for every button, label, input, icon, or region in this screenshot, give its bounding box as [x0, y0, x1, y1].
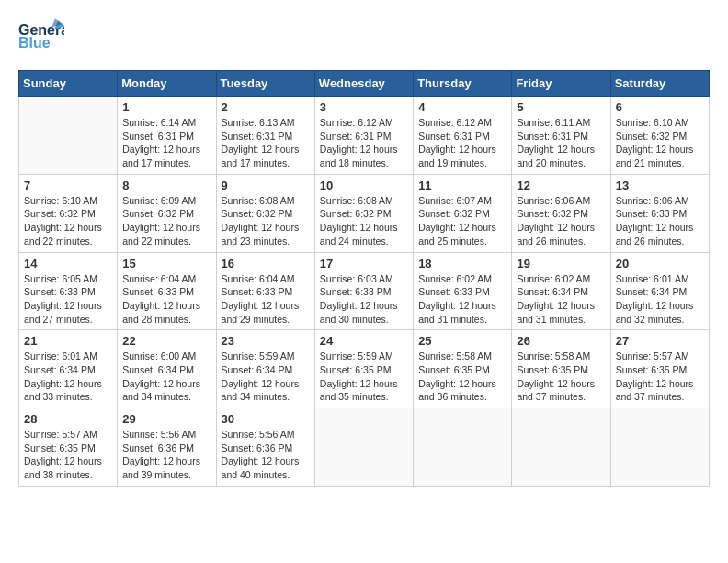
- weekday-header: Sunday: [19, 71, 118, 97]
- day-number: 26: [517, 334, 605, 348]
- cell-info: Sunrise: 5:59 AM Sunset: 6:35 PM Dayligh…: [320, 350, 408, 404]
- calendar-cell: [414, 408, 512, 487]
- cell-info: Sunrise: 5:58 AM Sunset: 6:35 PM Dayligh…: [418, 350, 506, 404]
- calendar-cell: 28Sunrise: 5:57 AM Sunset: 6:35 PM Dayli…: [19, 408, 118, 487]
- cell-info: Sunrise: 6:06 AM Sunset: 6:32 PM Dayligh…: [517, 194, 605, 248]
- day-number: 1: [122, 100, 210, 114]
- cell-info: Sunrise: 5:57 AM Sunset: 6:35 PM Dayligh…: [24, 428, 112, 482]
- weekday-header: Thursday: [414, 71, 512, 97]
- cell-info: Sunrise: 6:10 AM Sunset: 6:32 PM Dayligh…: [24, 194, 112, 248]
- calendar-week-row: 7Sunrise: 6:10 AM Sunset: 6:32 PM Daylig…: [19, 174, 710, 252]
- day-number: 14: [24, 257, 112, 270]
- day-number: 3: [320, 100, 408, 114]
- calendar-cell: 27Sunrise: 5:57 AM Sunset: 6:35 PM Dayli…: [610, 330, 709, 408]
- weekday-header: Friday: [512, 71, 610, 97]
- cell-info: Sunrise: 6:02 AM Sunset: 6:34 PM Dayligh…: [517, 272, 605, 327]
- cell-info: Sunrise: 6:11 AM Sunset: 6:31 PM Dayligh…: [517, 116, 605, 170]
- cell-info: Sunrise: 6:05 AM Sunset: 6:33 PM Dayligh…: [24, 272, 112, 327]
- cell-info: Sunrise: 5:59 AM Sunset: 6:34 PM Dayligh…: [222, 350, 310, 404]
- cell-info: Sunrise: 6:02 AM Sunset: 6:33 PM Dayligh…: [418, 272, 506, 327]
- day-number: 10: [320, 178, 408, 192]
- calendar-cell: 3Sunrise: 6:12 AM Sunset: 6:31 PM Daylig…: [314, 97, 413, 175]
- calendar-table: SundayMondayTuesdayWednesdayThursdayFrid…: [18, 70, 710, 487]
- logo: General Blue: [18, 18, 64, 55]
- calendar-week-row: 28Sunrise: 5:57 AM Sunset: 6:35 PM Dayli…: [19, 408, 710, 487]
- day-number: 12: [517, 178, 605, 192]
- calendar-cell: 6Sunrise: 6:10 AM Sunset: 6:32 PM Daylig…: [610, 97, 709, 175]
- cell-info: Sunrise: 6:03 AM Sunset: 6:33 PM Dayligh…: [320, 272, 408, 327]
- cell-info: Sunrise: 6:12 AM Sunset: 6:31 PM Dayligh…: [320, 116, 408, 170]
- cell-info: Sunrise: 6:08 AM Sunset: 6:32 PM Dayligh…: [222, 194, 310, 248]
- calendar-cell: 19Sunrise: 6:02 AM Sunset: 6:34 PM Dayli…: [512, 252, 610, 330]
- calendar-cell: 10Sunrise: 6:08 AM Sunset: 6:32 PM Dayli…: [314, 174, 413, 252]
- cell-info: Sunrise: 6:12 AM Sunset: 6:31 PM Dayligh…: [418, 116, 506, 170]
- svg-text:Blue: Blue: [18, 35, 51, 51]
- calendar-cell: [19, 97, 118, 175]
- calendar-cell: [512, 408, 610, 487]
- weekday-header: Monday: [118, 71, 216, 97]
- cell-info: Sunrise: 6:10 AM Sunset: 6:32 PM Dayligh…: [616, 116, 704, 170]
- calendar-cell: 14Sunrise: 6:05 AM Sunset: 6:33 PM Dayli…: [19, 252, 118, 330]
- day-number: 20: [616, 257, 704, 270]
- calendar-cell: 9Sunrise: 6:08 AM Sunset: 6:32 PM Daylig…: [216, 174, 314, 252]
- page-header: General Blue: [18, 18, 710, 55]
- day-number: 16: [222, 257, 310, 270]
- calendar-cell: 29Sunrise: 5:56 AM Sunset: 6:36 PM Dayli…: [118, 408, 216, 487]
- day-number: 6: [616, 100, 704, 114]
- calendar-cell: 20Sunrise: 6:01 AM Sunset: 6:34 PM Dayli…: [610, 252, 709, 330]
- calendar-cell: 2Sunrise: 6:13 AM Sunset: 6:31 PM Daylig…: [216, 97, 314, 175]
- day-number: 7: [24, 178, 112, 192]
- day-number: 11: [418, 178, 506, 192]
- calendar-cell: 17Sunrise: 6:03 AM Sunset: 6:33 PM Dayli…: [314, 252, 413, 330]
- calendar-cell: 21Sunrise: 6:01 AM Sunset: 6:34 PM Dayli…: [19, 330, 118, 408]
- calendar-cell: 15Sunrise: 6:04 AM Sunset: 6:33 PM Dayli…: [118, 252, 216, 330]
- cell-info: Sunrise: 5:57 AM Sunset: 6:35 PM Dayligh…: [616, 350, 704, 404]
- day-number: 9: [222, 178, 310, 192]
- calendar-cell: 30Sunrise: 5:56 AM Sunset: 6:36 PM Dayli…: [216, 408, 314, 487]
- cell-info: Sunrise: 6:04 AM Sunset: 6:33 PM Dayligh…: [122, 272, 210, 327]
- calendar-cell: 18Sunrise: 6:02 AM Sunset: 6:33 PM Dayli…: [414, 252, 512, 330]
- weekday-header: Tuesday: [216, 71, 314, 97]
- day-number: 15: [122, 257, 210, 270]
- day-number: 5: [517, 100, 605, 114]
- day-number: 25: [418, 334, 506, 348]
- cell-info: Sunrise: 5:58 AM Sunset: 6:35 PM Dayligh…: [517, 350, 605, 404]
- cell-info: Sunrise: 6:00 AM Sunset: 6:34 PM Dayligh…: [122, 350, 210, 404]
- calendar-cell: 12Sunrise: 6:06 AM Sunset: 6:32 PM Dayli…: [512, 174, 610, 252]
- cell-info: Sunrise: 6:09 AM Sunset: 6:32 PM Dayligh…: [122, 194, 210, 248]
- day-number: 18: [418, 257, 506, 270]
- weekday-header: Wednesday: [314, 71, 413, 97]
- cell-info: Sunrise: 6:14 AM Sunset: 6:31 PM Dayligh…: [122, 116, 210, 170]
- day-number: 4: [418, 100, 506, 114]
- cell-info: Sunrise: 6:01 AM Sunset: 6:34 PM Dayligh…: [24, 350, 112, 404]
- cell-info: Sunrise: 6:01 AM Sunset: 6:34 PM Dayligh…: [616, 272, 704, 327]
- calendar-cell: 1Sunrise: 6:14 AM Sunset: 6:31 PM Daylig…: [118, 97, 216, 175]
- day-number: 8: [122, 178, 210, 192]
- cell-info: Sunrise: 6:04 AM Sunset: 6:33 PM Dayligh…: [222, 272, 310, 327]
- day-number: 27: [616, 334, 704, 348]
- day-number: 17: [320, 257, 408, 270]
- cell-info: Sunrise: 6:13 AM Sunset: 6:31 PM Dayligh…: [222, 116, 310, 170]
- day-number: 30: [222, 412, 310, 426]
- day-number: 24: [320, 334, 408, 348]
- day-number: 21: [24, 334, 112, 348]
- day-number: 13: [616, 178, 704, 192]
- calendar-cell: 13Sunrise: 6:06 AM Sunset: 6:33 PM Dayli…: [610, 174, 709, 252]
- calendar-cell: 8Sunrise: 6:09 AM Sunset: 6:32 PM Daylig…: [118, 174, 216, 252]
- calendar-header-row: SundayMondayTuesdayWednesdayThursdayFrid…: [19, 71, 710, 97]
- calendar-week-row: 14Sunrise: 6:05 AM Sunset: 6:33 PM Dayli…: [19, 252, 710, 330]
- calendar-cell: 25Sunrise: 5:58 AM Sunset: 6:35 PM Dayli…: [414, 330, 512, 408]
- calendar-cell: 11Sunrise: 6:07 AM Sunset: 6:32 PM Dayli…: [414, 174, 512, 252]
- day-number: 29: [122, 412, 210, 426]
- calendar-cell: 16Sunrise: 6:04 AM Sunset: 6:33 PM Dayli…: [216, 252, 314, 330]
- cell-info: Sunrise: 5:56 AM Sunset: 6:36 PM Dayligh…: [122, 428, 210, 482]
- calendar-week-row: 21Sunrise: 6:01 AM Sunset: 6:34 PM Dayli…: [19, 330, 710, 408]
- day-number: 23: [222, 334, 310, 348]
- calendar-cell: 26Sunrise: 5:58 AM Sunset: 6:35 PM Dayli…: [512, 330, 610, 408]
- cell-info: Sunrise: 6:08 AM Sunset: 6:32 PM Dayligh…: [320, 194, 408, 248]
- cell-info: Sunrise: 6:07 AM Sunset: 6:32 PM Dayligh…: [418, 194, 506, 248]
- calendar-cell: 24Sunrise: 5:59 AM Sunset: 6:35 PM Dayli…: [314, 330, 413, 408]
- calendar-cell: 5Sunrise: 6:11 AM Sunset: 6:31 PM Daylig…: [512, 97, 610, 175]
- day-number: 28: [24, 412, 112, 426]
- calendar-cell: 22Sunrise: 6:00 AM Sunset: 6:34 PM Dayli…: [118, 330, 216, 408]
